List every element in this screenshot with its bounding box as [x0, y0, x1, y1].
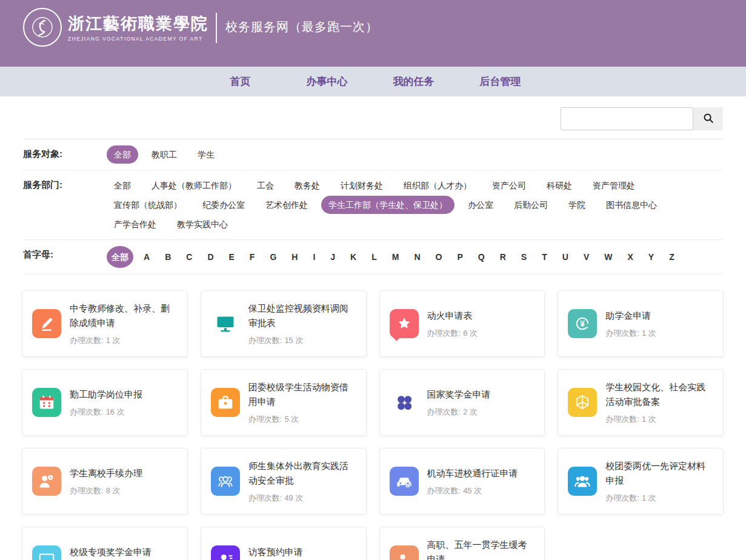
filter-option[interactable]: N: [409, 248, 425, 266]
filter-option[interactable]: 科研处: [539, 176, 579, 195]
filter-option-selected[interactable]: 全部: [107, 246, 133, 268]
filter-option[interactable]: D: [202, 248, 218, 266]
filter-option[interactable]: A: [139, 248, 155, 266]
search-band: [23, 107, 723, 139]
search-button[interactable]: [693, 107, 723, 130]
count-value: 1 次: [642, 415, 656, 424]
filter-option[interactable]: K: [345, 248, 361, 266]
filter-option[interactable]: J: [325, 248, 340, 266]
service-card[interactable]: 校级专项奖学金申请办理次数:1 次: [22, 527, 188, 560]
filter-option[interactable]: 教职工: [144, 145, 184, 164]
four-circles-icon: [390, 388, 419, 417]
nav-item-home[interactable]: 首页: [197, 75, 284, 88]
service-count: 办理次数:8 次: [70, 485, 178, 496]
school-seal-icon: [23, 8, 62, 47]
person-bars-icon: [390, 545, 419, 560]
filter-option[interactable]: Z: [664, 248, 679, 266]
filter-option[interactable]: O: [431, 248, 447, 266]
filter-option[interactable]: M: [387, 248, 404, 266]
filter-option[interactable]: V: [579, 248, 594, 266]
filter-option[interactable]: S: [516, 248, 531, 266]
filter-option[interactable]: 工会: [250, 176, 281, 195]
filter-option[interactable]: 人事处（教师工作部）: [144, 176, 244, 195]
service-card[interactable]: 访客预约申请办理次数:23 次: [201, 527, 367, 560]
filter-option[interactable]: P: [452, 248, 467, 266]
service-card[interactable]: 团委校级学生活动物资借用申请办理次数:5 次: [201, 369, 367, 436]
star-bubble-icon: [390, 309, 419, 338]
service-count: 办理次数:16 次: [70, 407, 178, 418]
count-label: 办理次数:: [605, 415, 639, 424]
filter-option[interactable]: C: [181, 248, 197, 266]
filter-option[interactable]: T: [537, 248, 552, 266]
filter-option[interactable]: 宣传部（统战部）: [107, 196, 189, 214]
service-card[interactable]: ¥助学金申请办理次数:1 次: [558, 290, 724, 357]
filter-option[interactable]: 计划财务处: [333, 176, 390, 195]
service-count: 办理次数:1 次: [605, 414, 713, 425]
service-card[interactable]: 学生校园文化、社会实践活动审批备案办理次数:1 次: [558, 369, 724, 436]
filter-option[interactable]: 资产公司: [485, 176, 533, 195]
service-card[interactable]: 机动车进校通行证申请办理次数:45 次: [379, 448, 545, 515]
filter-option[interactable]: B: [160, 248, 176, 266]
count-label: 办理次数:: [427, 407, 461, 416]
car-icon: [390, 467, 419, 496]
service-card[interactable]: 国家奖学金申请办理次数:2 次: [379, 369, 545, 436]
briefcase-icon: [211, 388, 240, 417]
filter-option[interactable]: F: [245, 248, 260, 266]
person-lines-icon: [211, 545, 240, 560]
filter-option[interactable]: 教学实践中心: [170, 215, 235, 233]
count-label: 办理次数:: [605, 493, 639, 502]
service-title: 中专教师修改、补录、删除成绩申请: [70, 301, 178, 330]
header: 浙江藝術職業學院 ZHEJIANG VOCATIONAL ACADEMY OF …: [0, 0, 746, 67]
filter-option[interactable]: 资产管理处: [585, 176, 642, 195]
service-card[interactable]: 勤工助学岗位申报办理次数:16 次: [22, 369, 188, 436]
filter-option[interactable]: R: [495, 248, 511, 266]
service-card[interactable]: 中专教师修改、补录、删除成绩申请办理次数:1 次: [22, 290, 188, 357]
filter-option[interactable]: L: [367, 248, 382, 266]
nav-item-admin[interactable]: 后台管理: [457, 75, 544, 88]
filter-option[interactable]: U: [558, 248, 573, 266]
service-count: 办理次数:1 次: [605, 493, 713, 504]
filter-option[interactable]: H: [287, 248, 302, 266]
filter-option[interactable]: 办公室: [461, 196, 501, 214]
nav-item-service-center[interactable]: 办事中心: [284, 75, 370, 88]
filter-option-selected[interactable]: 学生工作部（学生处、保卫处）: [321, 196, 455, 214]
filter-option[interactable]: 图书信息中心: [599, 196, 664, 214]
filter-option-selected[interactable]: 全部: [107, 145, 138, 164]
filter-option[interactable]: G: [265, 248, 281, 266]
filter-option[interactable]: 全部: [107, 176, 138, 195]
filter-option[interactable]: Y: [644, 248, 659, 266]
filter-option[interactable]: X: [622, 248, 638, 266]
filter-panel: 服务对象:全部教职工学生服务部门:全部人事处（教师工作部）工会教务处计划财务处组…: [23, 139, 723, 275]
filter-option[interactable]: 纪委办公室: [195, 196, 252, 214]
search-input[interactable]: [561, 107, 693, 130]
service-title: 学生校园文化、社会实践活动审批备案: [605, 380, 713, 409]
service-count: 办理次数:1 次: [70, 335, 178, 346]
svg-text:¥: ¥: [580, 319, 585, 328]
filter-option[interactable]: W: [599, 248, 617, 266]
service-card[interactable]: 高职、五年一贯学生缓考申请办理次数:2 次: [379, 527, 545, 560]
filter-option[interactable]: E: [224, 248, 239, 266]
service-card[interactable]: 保卫处监控视频资料调阅审批表办理次数:15 次: [201, 290, 367, 357]
filter-option[interactable]: 后勤公司: [507, 196, 555, 214]
service-count: 办理次数:5 次: [248, 414, 356, 425]
service-card[interactable]: 师生集体外出教育实践活动安全审批办理次数:49 次: [201, 448, 367, 515]
filter-option[interactable]: Q: [473, 248, 490, 266]
filter-option[interactable]: 学院: [561, 196, 593, 214]
filter-label: 服务对象:: [23, 145, 107, 163]
filter-option[interactable]: 组织部（人才办）: [396, 176, 479, 195]
service-card[interactable]: 动火申请表办理次数:6 次: [379, 290, 545, 357]
filter-options: 全部人事处（教师工作部）工会教务处计划财务处组织部（人才办）资产公司科研处资产管…: [107, 176, 723, 234]
filter-option[interactable]: I: [308, 248, 320, 266]
filter-option[interactable]: 教务处: [287, 176, 327, 195]
nav-item-my-tasks[interactable]: 我的任务: [370, 75, 457, 88]
service-card[interactable]: 学生离校手续办理办理次数:8 次: [22, 448, 188, 515]
service-title: 校团委两优一先评定材料申报: [605, 459, 713, 488]
filter-option[interactable]: 产学合作处: [107, 215, 164, 233]
count-value: 45 次: [463, 486, 482, 495]
filter-option[interactable]: 艺术创作处: [258, 196, 315, 214]
service-card[interactable]: 校团委两优一先评定材料申报办理次数:1 次: [558, 448, 724, 515]
filter-label: 首字母:: [23, 245, 107, 264]
service-title: 机动车进校通行证申请: [427, 466, 535, 481]
filter-option[interactable]: 学生: [190, 145, 222, 164]
count-value: 1 次: [642, 493, 656, 502]
